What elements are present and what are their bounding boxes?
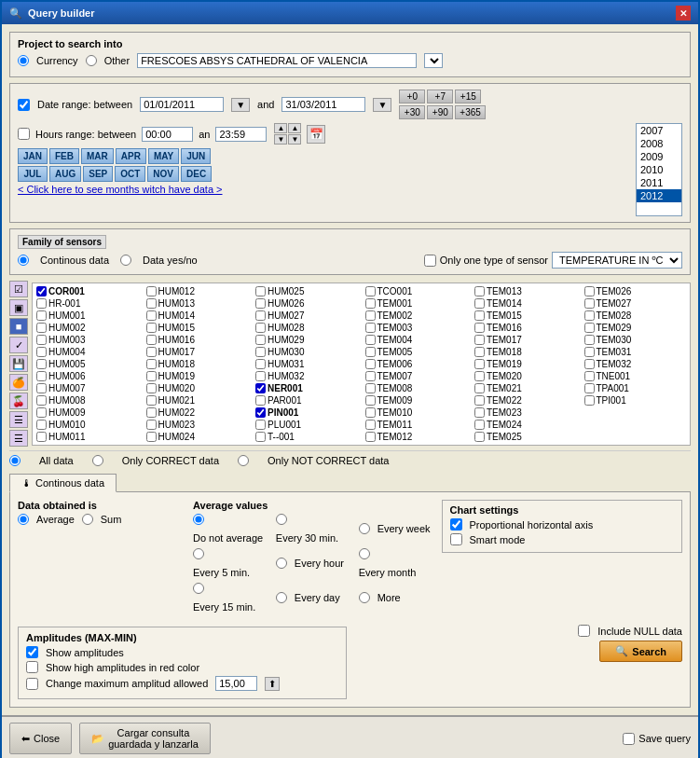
smart-mode-checkbox[interactable] [450,533,462,545]
sensor-checkbox-HUM004[interactable] [36,347,47,357]
year-2011[interactable]: 2011 [637,176,681,189]
sensor-checkbox-TPA001[interactable] [584,383,595,393]
list-icon[interactable]: ☰ [9,411,28,428]
sensor-checkbox-HUM007[interactable] [36,383,47,393]
sensor-checkbox-HUM018[interactable] [146,359,157,369]
year-list[interactable]: 2007 2008 2009 2010 2011 2012 [636,123,682,216]
sensor-checkbox-TEM003[interactable] [365,323,376,333]
show-high-red-checkbox[interactable] [26,661,38,673]
sensor-checkbox-TEM020[interactable] [474,371,485,381]
sensor-checkbox-TEM025[interactable] [474,432,485,442]
sensor-checkbox-TEM013[interactable] [474,286,485,296]
sensor-checkbox-HUM002[interactable] [36,323,47,333]
edit-icon[interactable]: 🍊 [9,374,28,391]
yesno-radio[interactable] [120,255,131,266]
sensor-checkbox-TEM018[interactable] [474,347,485,357]
sensor-checkbox-TCO001[interactable] [365,286,376,296]
year-2012[interactable]: 2012 [637,189,681,202]
save-query-checkbox[interactable] [623,733,635,745]
all-data-radio[interactable] [9,455,21,466]
mar-btn[interactable]: MAR [81,148,114,164]
day-radio[interactable] [276,592,287,603]
jan-btn[interactable]: JAN [18,148,48,164]
sensor-checkbox-TEM010[interactable] [365,407,376,418]
hour-radio[interactable] [276,558,287,569]
other-radio[interactable] [86,55,97,66]
sensor-checkbox-HUM014[interactable] [146,310,157,321]
hours-down-btn[interactable]: ▼ [274,134,287,145]
sensor-checkbox-HUM016[interactable] [146,335,157,345]
sensor-checkbox-HUM032[interactable] [255,371,266,381]
sensor-checkbox-HUM009[interactable] [36,407,47,418]
offset-365-btn[interactable]: +365 [455,105,486,119]
edit2-icon[interactable]: 🍒 [9,393,28,409]
average-radio[interactable] [18,514,29,525]
hours-down2-btn[interactable]: ▼ [288,134,301,145]
apr-btn[interactable]: APR [116,148,146,164]
sensor-checkbox-HUM017[interactable] [146,347,157,357]
15min-radio[interactable] [193,583,204,594]
sensor-checkbox-TEM015[interactable] [474,310,485,321]
sensor-checkbox-TEM026[interactable] [584,286,595,296]
more-radio[interactable] [359,592,370,603]
sensor-checkbox-HUM029[interactable] [255,335,266,345]
sensor-checkbox-TEM017[interactable] [474,335,485,345]
close-button[interactable]: ⬅ Close [9,723,72,754]
feb-btn[interactable]: FEB [49,148,79,164]
table-icon[interactable]: ☰ [9,430,28,447]
load-query-button[interactable]: 📂 Cargar consultaguardada y lanzarla [79,723,211,754]
5min-radio[interactable] [193,548,204,559]
nov-btn[interactable]: NOV [147,166,179,182]
sensor-checkbox-TEM016[interactable] [474,323,485,333]
sensor-type-dropdown[interactable]: TEMPERATURE IN ºC [552,252,682,269]
sensor-checkbox-PLU001[interactable] [255,420,266,430]
hours-up2-btn[interactable]: ▲ [288,123,301,133]
continuous-data-tab[interactable]: 🌡 Continous data [9,474,117,492]
sensor-checkbox-TEM028[interactable] [584,310,595,321]
only-one-type-checkbox[interactable] [424,255,436,267]
sensor-checkbox-TEM012[interactable] [365,432,376,442]
project-dropdown[interactable]: ▼ [424,53,443,68]
sensor-checkbox-HUM031[interactable] [255,359,266,369]
hours-range-checkbox[interactable] [18,128,30,140]
sensor-checkbox-HUM013[interactable] [146,298,157,309]
sensor-checkbox-TEM002[interactable] [365,310,376,321]
sensor-checkbox-HUM025[interactable] [255,286,266,296]
only-not-correct-radio[interactable] [238,455,249,466]
currency-radio[interactable] [18,55,29,66]
hours-from-field[interactable] [142,127,193,142]
sensor-checkbox-PIN001[interactable] [255,407,266,418]
sensor-checkbox-TEM024[interactable] [474,420,485,430]
change-max-checkbox[interactable] [26,678,38,690]
aug-btn[interactable]: AUG [49,166,81,182]
dec-btn[interactable]: DEC [181,166,212,182]
week-radio[interactable] [359,523,370,534]
date-to-arrow[interactable]: ▼ [373,98,391,112]
only-correct-radio[interactable] [92,455,103,466]
show-amplitudes-checkbox[interactable] [26,646,38,658]
sensor-checkbox-TEM023[interactable] [474,407,485,418]
sensor-checkbox-NER001[interactable] [255,383,266,393]
sensor-checkbox-HUM024[interactable] [146,432,157,442]
sensor-checkbox-HUM026[interactable] [255,298,266,309]
sensor-checkbox-HUM012[interactable] [146,286,157,296]
jun-btn[interactable]: JUN [181,148,211,164]
sensor-checkbox-HUM020[interactable] [146,383,157,393]
proportional-checkbox[interactable] [450,518,462,531]
sensor-checkbox-HUM003[interactable] [36,335,47,345]
sensor-checkbox-TNE001[interactable] [584,371,595,381]
max-value-field[interactable] [215,676,257,691]
sensor-checkbox-HUM019[interactable] [146,371,157,381]
hours-to-field[interactable] [215,127,267,142]
oct-btn[interactable]: OCT [115,166,145,182]
sensor-checkbox-TPI001[interactable] [584,395,595,406]
close-icon[interactable]: ✕ [676,6,691,21]
year-2007[interactable]: 2007 [637,124,681,137]
sensor-checkbox-TEM004[interactable] [365,335,376,345]
months-link[interactable]: < Click here to see months witch have da… [18,184,626,195]
sensor-checkbox-TEM005[interactable] [365,347,376,357]
sensor-checkbox-PAR001[interactable] [255,395,266,406]
sensor-checkbox-TEM011[interactable] [365,420,376,430]
filter-icon[interactable]: ✓ [9,337,28,353]
continuous-radio[interactable] [18,255,29,266]
